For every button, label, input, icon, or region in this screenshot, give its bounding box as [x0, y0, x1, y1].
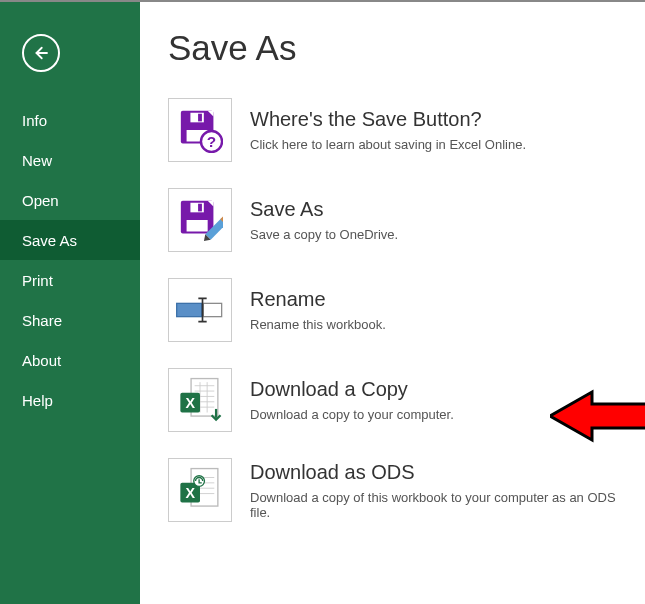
- nav-item-label: Share: [22, 312, 62, 329]
- nav-item-help[interactable]: Help: [0, 380, 140, 420]
- nav-item-info[interactable]: Info: [0, 100, 140, 140]
- option-title: Save As: [250, 198, 398, 221]
- back-button[interactable]: [22, 34, 60, 72]
- nav-item-label: Print: [22, 272, 53, 289]
- nav-item-share[interactable]: Share: [0, 300, 140, 340]
- option-text: RenameRename this workbook.: [250, 288, 386, 332]
- svg-text:?: ?: [207, 133, 216, 150]
- rename-icon: [168, 278, 232, 342]
- option-download-copy[interactable]: X Download a CopyDownload a copy to your…: [168, 368, 617, 432]
- svg-text:X: X: [185, 395, 195, 411]
- nav-item-label: New: [22, 152, 52, 169]
- option-download-ods[interactable]: X Download as ODSDownload a copy of this…: [168, 458, 617, 522]
- nav-item-label: Help: [22, 392, 53, 409]
- svg-rect-16: [177, 303, 202, 316]
- nav-item-label: Info: [22, 112, 47, 129]
- option-text: Download as ODSDownload a copy of this w…: [250, 461, 617, 520]
- nav-item-open[interactable]: Open: [0, 180, 140, 220]
- option-title: Rename: [250, 288, 386, 311]
- option-desc: Download a copy to your computer.: [250, 407, 454, 422]
- option-text: Where's the Save Button?Click here to le…: [250, 108, 526, 152]
- option-save-as[interactable]: Save AsSave a copy to OneDrive.: [168, 188, 617, 252]
- option-title: Download a Copy: [250, 378, 454, 401]
- option-desc: Download a copy of this workbook to your…: [250, 490, 617, 520]
- option-text: Download a CopyDownload a copy to your c…: [250, 378, 454, 422]
- main-panel: Save As ? Where's the Save Button?Click …: [140, 2, 645, 604]
- svg-rect-12: [198, 204, 202, 212]
- nav-item-about[interactable]: About: [0, 340, 140, 380]
- excel-download-icon: X: [168, 368, 232, 432]
- option-title: Where's the Save Button?: [250, 108, 526, 131]
- option-rename[interactable]: RenameRename this workbook.: [168, 278, 617, 342]
- options-list: ? Where's the Save Button?Click here to …: [168, 98, 617, 522]
- nav-item-label: Save As: [22, 232, 77, 249]
- svg-rect-10: [187, 220, 208, 232]
- page-title: Save As: [168, 28, 617, 68]
- option-where-save-button[interactable]: ? Where's the Save Button?Click here to …: [168, 98, 617, 162]
- ods-download-icon: X: [168, 458, 232, 522]
- sidebar: InfoNewOpenSave AsPrintShareAboutHelp: [0, 2, 140, 604]
- svg-rect-17: [203, 303, 221, 316]
- svg-text:X: X: [185, 485, 195, 501]
- svg-rect-5: [198, 114, 202, 122]
- nav-item-label: Open: [22, 192, 59, 209]
- option-title: Download as ODS: [250, 461, 617, 484]
- nav-item-new[interactable]: New: [0, 140, 140, 180]
- nav-list: InfoNewOpenSave AsPrintShareAboutHelp: [0, 100, 140, 420]
- nav-item-print[interactable]: Print: [0, 260, 140, 300]
- option-desc: Rename this workbook.: [250, 317, 386, 332]
- option-desc: Click here to learn about saving in Exce…: [250, 137, 526, 152]
- option-desc: Save a copy to OneDrive.: [250, 227, 398, 242]
- back-arrow-icon: [32, 44, 50, 62]
- option-text: Save AsSave a copy to OneDrive.: [250, 198, 398, 242]
- floppy-question-icon: ?: [168, 98, 232, 162]
- floppy-pencil-icon: [168, 188, 232, 252]
- nav-item-label: About: [22, 352, 61, 369]
- nav-item-save-as[interactable]: Save As: [0, 220, 140, 260]
